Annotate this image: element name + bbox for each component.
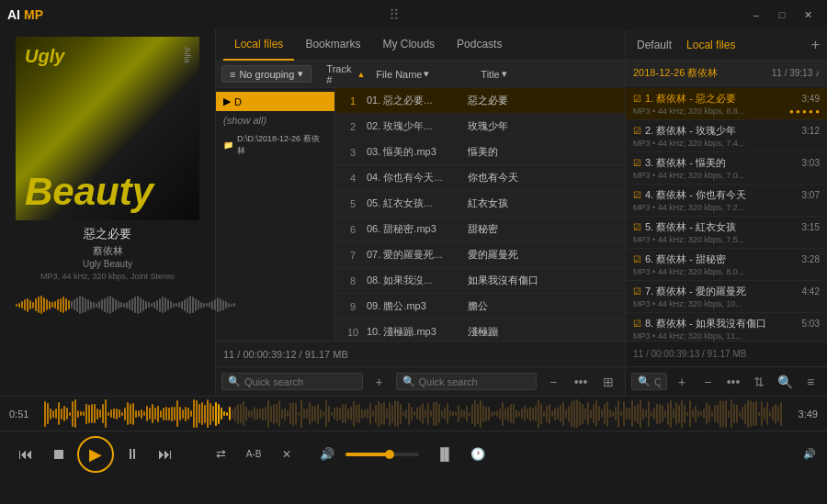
waveform-bar	[181, 301, 183, 309]
right-tab-local[interactable]: Local files	[683, 37, 739, 53]
playlist-item-title: 2. 蔡依林 - 玫瑰少年	[645, 124, 799, 138]
play-button[interactable]: ▶	[77, 436, 114, 473]
right-search-btn[interactable]: 🔍	[774, 371, 796, 393]
table-row[interactable]: 1 01. 惡之必要... 惡之必要	[335, 88, 625, 114]
waveform-bar	[211, 301, 213, 309]
ab-button[interactable]: A-B	[239, 440, 268, 469]
tab-my-clouds[interactable]: My Clouds	[371, 29, 446, 61]
title-column-header[interactable]: Title ▾	[477, 66, 619, 82]
right-sort-btn[interactable]: ⇅	[748, 371, 770, 393]
maximize-button[interactable]: □	[770, 6, 794, 24]
tab-local-files[interactable]: Local files	[223, 29, 294, 61]
list-item[interactable]: ☑ 8. 蔡依林 - 如果我沒有傷口 5:03 MP3 • 44 kHz; 32…	[626, 313, 827, 341]
progress-bar-segment	[121, 412, 123, 416]
minimize-button[interactable]: –	[744, 6, 768, 24]
right-search-input[interactable]: 🔍	[631, 373, 667, 390]
waveform-bar	[164, 297, 166, 312]
playlist-item-row: ☑ 6. 蔡依林 - 甜秘密 3:28	[633, 252, 820, 266]
progress-bar-segment	[549, 404, 550, 424]
waveform-bar	[178, 302, 180, 308]
grid-btn[interactable]: ⊞	[597, 371, 619, 393]
table-row[interactable]: 9 09. 膽公.mp3 膽公	[335, 294, 625, 319]
next-button[interactable]: ⏭	[151, 440, 180, 469]
right-search-field[interactable]	[654, 376, 661, 387]
table-row[interactable]: 4 04. 你也有今天... 你也有今天	[335, 165, 625, 191]
table-row[interactable]: 10 10. 淺極蹦.mp3 淺極蹦	[335, 319, 625, 341]
right-menu-btn[interactable]: ≡	[799, 371, 821, 393]
progress-bar-segment	[551, 410, 553, 417]
track-info: 惡之必要 蔡依林 Ugly Beauty MP3, 44 kHz, 320 kb…	[7, 226, 208, 281]
more-btn[interactable]: •••	[570, 371, 592, 393]
right-tab-default[interactable]: Default	[633, 37, 675, 53]
equalizer-button[interactable]: ▐▌	[430, 440, 459, 469]
track-filename: 10. 淺極蹦.mp3	[367, 325, 468, 339]
progress-bar-segment	[168, 408, 170, 420]
list-item[interactable]: ☑ 3. 蔡依林 - 慪美的 3:03 MP3 • 44 kHz; 320 kb…	[626, 152, 827, 185]
list-item[interactable]: ☑ 5. 蔡依林 - 紅衣女孩 3:15 MP3 • 44 kHz; 320 k…	[626, 217, 827, 249]
quick-search-left[interactable]: 🔍	[221, 373, 363, 390]
grouping-button[interactable]: ≡ No grouping ▾	[221, 65, 312, 83]
list-item[interactable]: ☑ 2. 蔡依林 - 玫瑰少年 3:12 MP3 • 44 kHz; 320 k…	[626, 120, 827, 152]
minus-btn[interactable]: −	[542, 371, 564, 393]
progress-bar-segment	[452, 411, 454, 416]
search-input-left[interactable]	[244, 376, 357, 387]
playlist-item-meta: MP3 • 44 kHz; 320 kbps, 8.8... ● ● ● ● ●	[633, 106, 820, 116]
tab-bookmarks[interactable]: Bookmarks	[294, 29, 371, 61]
close-button[interactable]: ✕	[796, 6, 820, 24]
waveform-bar	[43, 297, 45, 312]
table-row[interactable]: 6 06. 甜秘密.mp3 甜秘密	[335, 217, 625, 242]
quick-search-right[interactable]: 🔍	[396, 373, 538, 390]
table-row[interactable]: 3 03. 慪美的.mp3 慪美的	[335, 140, 625, 165]
right-minus-btn[interactable]: −	[697, 371, 719, 393]
folder-item-d[interactable]: ▶ D	[216, 92, 334, 111]
shuffle-button[interactable]: ⇄	[206, 440, 235, 469]
progress-bar-segment	[342, 404, 344, 423]
add-icon-btn[interactable]: +	[368, 371, 391, 393]
table-row[interactable]: 2 02. 玫瑰少年... 玫瑰少年	[335, 114, 625, 140]
progress-bar-segment	[474, 400, 476, 427]
table-row[interactable]: 7 07. 愛的羅曼死... 愛的羅曼死	[335, 242, 625, 268]
progress-bar-segment	[353, 401, 355, 427]
stop-button[interactable]: ⏹	[44, 440, 74, 469]
progress-bar-segment	[411, 407, 413, 420]
right-add-btn[interactable]: +	[671, 371, 693, 393]
progress-waveform[interactable]	[44, 398, 783, 431]
right-more-btn[interactable]: •••	[722, 371, 744, 393]
playlist-item-title: 1. 蔡依林 - 惡之必要	[645, 92, 799, 106]
table-row[interactable]: 8 08. 如果我沒... 如果我沒有傷口	[335, 268, 625, 294]
volume-right-icon[interactable]: 🔊	[803, 448, 816, 460]
list-item[interactable]: ☑ 6. 蔡依林 - 甜秘密 3:28 MP3 • 44 kHz; 320 kb…	[626, 249, 827, 281]
list-item[interactable]: ☑ 1. 蔡依林 - 惡之必要 3:49 MP3 • 44 kHz; 320 k…	[626, 88, 827, 120]
progress-bar-segment	[535, 406, 537, 421]
folder-item-show-all[interactable]: (show all)	[216, 111, 334, 129]
progress-bar-segment	[358, 404, 360, 423]
track-artist: 蔡依林	[7, 244, 208, 258]
waveform-display[interactable]	[16, 288, 199, 325]
pause-button[interactable]: ⏸	[118, 440, 147, 469]
prev-button[interactable]: ⏮	[11, 440, 40, 469]
table-row[interactable]: 5 05. 紅衣女孩... 紅衣女孩	[335, 191, 625, 217]
track-column-header[interactable]: Track # ▲	[323, 62, 368, 87]
status-count: 11 / 00:00:39:12 / 91.17 MB	[223, 349, 348, 360]
crossfade-button[interactable]: ✕	[272, 440, 301, 469]
middle-panel: Local files Bookmarks My Clouds Podcasts…	[216, 29, 625, 396]
volume-slider[interactable]	[346, 453, 419, 456]
tab-podcasts[interactable]: Podcasts	[446, 29, 513, 61]
clock-button[interactable]: 🕐	[463, 440, 493, 469]
track-title: 惡之必要	[7, 226, 208, 242]
waveform-bar	[18, 303, 20, 308]
waveform-bar	[187, 297, 188, 313]
folder-item-path[interactable]: 📁 D:\D:\2018-12-26 蔡依林	[216, 129, 334, 161]
progress-bar-segment	[83, 411, 85, 416]
list-item[interactable]: ☑ 4. 蔡依林 - 你也有今天 3:07 MP3 • 44 kHz; 320 …	[626, 185, 827, 217]
right-add-playlist-btn[interactable]: +	[811, 38, 820, 52]
waveform-bar	[38, 297, 40, 313]
search-input-right[interactable]	[419, 376, 531, 387]
volume-icon[interactable]: 🔊	[312, 440, 342, 469]
track-filename: 06. 甜秘密.mp3	[367, 222, 468, 236]
waveform-bar	[51, 302, 53, 308]
progress-bar-segment	[427, 403, 429, 425]
player-controls: ⏮ ⏹ ▶ ⏸ ⏭ ⇄ A-B ✕ 🔊 ▐▌ 🕐 🔊	[0, 431, 827, 476]
list-item[interactable]: ☑ 7. 蔡依林 - 愛的羅曼死 4:42 MP3 • 44 kHz; 320 …	[626, 281, 827, 313]
filename-column-header[interactable]: File Name ▾	[372, 66, 473, 82]
